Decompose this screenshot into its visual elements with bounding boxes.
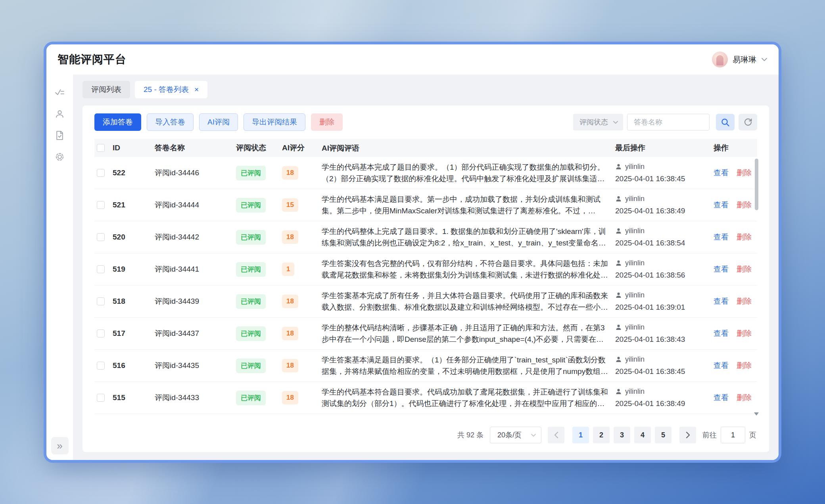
document-check-icon (54, 130, 65, 141)
sidebar-item-users[interactable] (51, 103, 69, 125)
row-actions: 查看 删除 (714, 296, 757, 307)
row-id: 516 (113, 361, 155, 370)
row-checkbox[interactable] (97, 265, 105, 273)
add-answer-button[interactable]: 添加答卷 (94, 113, 141, 131)
row-checkbox[interactable] (97, 233, 105, 241)
search-input[interactable] (627, 114, 710, 130)
score-badge: 1 (282, 263, 294, 276)
tab-bar: 评阅列表 25 - 答卷列表 × (82, 81, 771, 98)
row-checkbox[interactable] (97, 362, 105, 370)
sidebar-item-review-list[interactable] (51, 82, 69, 103)
user-name: 易琳琳 (733, 54, 756, 65)
user-menu[interactable]: 易琳琳 (712, 52, 767, 67)
desktop-background: 智能评阅平台 易琳琳 (0, 0, 825, 504)
row-comment: 学生答案没有包含完整的代码，仅有部分结构，不符合题目要求。具体问题包括：未加载鸢… (322, 258, 615, 281)
scrollbar-down-arrow[interactable] (754, 412, 759, 416)
page-button[interactable]: 2 (593, 427, 610, 443)
row-operator: yilinlin (625, 259, 645, 267)
export-results-button[interactable]: 导出评阅结果 (244, 113, 305, 131)
row-time: 2025-04-01 16:38:54 (615, 239, 708, 247)
row-checkbox[interactable] (97, 394, 105, 402)
row-name: 评阅id-34442 (155, 232, 236, 242)
row-id: 521 (113, 201, 155, 209)
row-comment: 学生答案基本完成了所有任务，并且大体符合题目要求。代码使用了正确的库和函数来载入… (322, 290, 615, 313)
row-name: 评阅id-34446 (155, 168, 236, 178)
search-button[interactable] (716, 114, 735, 130)
ai-review-button[interactable]: AI评阅 (199, 113, 238, 131)
table-row: 517 评阅id-34437 已评阅 18 学生的整体代码结构清晰，步骤基本正确… (94, 318, 757, 350)
row-time: 2025-04-01 16:38:43 (615, 335, 708, 344)
row-comment: 学生答案基本满足题目的要求。（1）任务部分正确使用了`train_test_sp… (322, 354, 615, 377)
page-button[interactable]: 5 (655, 427, 672, 443)
row-last-op: yilinlin 2025-04-01 16:38:54 (615, 227, 714, 247)
row-comment: 学生的代码基本符合题目要求。代码成功加载了鸢尾花数据集，并正确进行了训练集和测试… (322, 386, 615, 409)
delete-link[interactable]: 删除 (737, 232, 752, 242)
tab-answer-sheet-list[interactable]: 25 - 答卷列表 × (135, 81, 207, 98)
delete-link[interactable]: 删除 (737, 168, 752, 178)
view-link[interactable]: 查看 (714, 168, 729, 178)
view-link[interactable]: 查看 (714, 200, 729, 210)
sidebar-item-settings[interactable] (51, 146, 69, 167)
row-last-op: yilinlin 2025-04-01 16:39:01 (615, 291, 714, 312)
chevron-down-icon (613, 121, 618, 124)
row-actions: 查看 删除 (714, 200, 757, 210)
view-link[interactable]: 查看 (714, 393, 729, 403)
row-checkbox[interactable] (97, 201, 105, 209)
close-icon[interactable]: × (194, 85, 199, 94)
prev-page-button[interactable] (548, 427, 564, 443)
status-badge: 已评阅 (236, 198, 266, 213)
chevron-right-icon (686, 431, 690, 439)
person-icon (615, 163, 622, 170)
page-button[interactable]: 3 (614, 427, 630, 443)
row-name: 评阅id-34439 (155, 296, 236, 307)
delete-link[interactable]: 删除 (737, 328, 752, 339)
row-last-op: yilinlin 2025-04-01 16:38:43 (615, 323, 714, 344)
row-checkbox[interactable] (97, 330, 105, 337)
select-all-checkbox[interactable] (97, 144, 105, 152)
page-size-select[interactable]: 20条/页 (490, 427, 541, 443)
delete-link[interactable]: 删除 (737, 264, 752, 274)
next-page-button[interactable] (679, 427, 696, 443)
row-last-op: yilinlin 2025-04-01 16:38:45 (615, 163, 714, 183)
column-header-score: AI评分 (282, 143, 322, 153)
goto-page-input[interactable] (721, 427, 745, 443)
view-link[interactable]: 查看 (714, 264, 729, 274)
table-row: 516 评阅id-34435 已评阅 18 学生答案基本满足题目的要求。（1）任… (94, 350, 757, 382)
status-badge: 已评阅 (236, 262, 266, 277)
view-link[interactable]: 查看 (714, 232, 729, 242)
score-badge: 18 (282, 391, 298, 404)
view-link[interactable]: 查看 (714, 296, 729, 307)
answer-sheet-card: 添加答卷 导入答卷 AI评阅 导出评阅结果 删除 评阅状态 (82, 105, 769, 452)
page-button[interactable]: 4 (634, 427, 651, 443)
row-actions: 查看 删除 (714, 232, 757, 242)
delete-link[interactable]: 删除 (737, 360, 752, 371)
view-link[interactable]: 查看 (714, 328, 729, 339)
row-time: 2025-04-01 16:38:45 (615, 367, 708, 376)
delete-link[interactable]: 删除 (737, 296, 752, 307)
import-answer-button[interactable]: 导入答卷 (147, 113, 194, 131)
column-header-action: 操作 (714, 143, 757, 153)
total-count: 共 92 条 (457, 430, 483, 440)
delete-link[interactable]: 删除 (737, 393, 752, 403)
row-actions: 查看 删除 (714, 328, 757, 339)
row-checkbox[interactable] (97, 297, 105, 305)
row-operator: yilinlin (625, 227, 645, 235)
score-badge: 18 (282, 327, 298, 340)
page-button[interactable]: 1 (572, 427, 589, 443)
tab-review-list[interactable]: 评阅列表 (82, 81, 130, 98)
column-header-name: 答卷名称 (155, 143, 236, 153)
view-link[interactable]: 查看 (714, 360, 729, 371)
row-checkbox[interactable] (97, 169, 105, 177)
row-time: 2025-04-01 16:38:49 (615, 399, 708, 408)
sidebar-collapse-button[interactable]: » (51, 437, 69, 454)
row-id: 515 (113, 393, 155, 402)
delete-button[interactable]: 删除 (311, 113, 343, 131)
refresh-button[interactable] (739, 114, 757, 130)
sidebar-item-answer-sheets[interactable] (51, 125, 69, 146)
status-filter-select[interactable]: 评阅状态 (573, 114, 623, 130)
delete-link[interactable]: 删除 (737, 200, 752, 210)
scrollbar-thumb[interactable] (755, 159, 758, 210)
status-badge: 已评阅 (236, 166, 266, 180)
status-badge: 已评阅 (236, 358, 266, 373)
row-actions: 查看 删除 (714, 393, 757, 403)
